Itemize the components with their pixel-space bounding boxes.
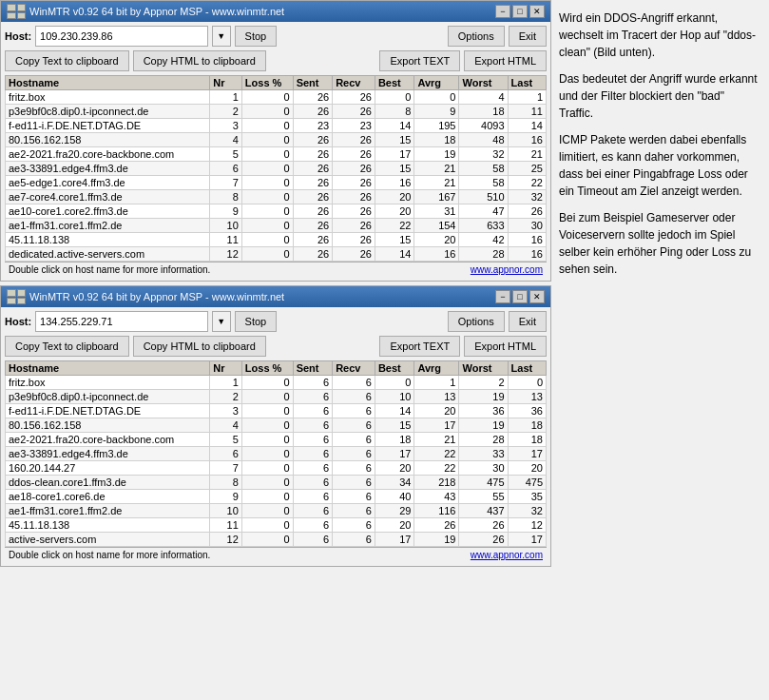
- copy-text-button[interactable]: Copy Text to clipboard: [5, 50, 129, 71]
- table-row[interactable]: 80.156.162.158406615171918: [6, 418, 547, 433]
- table-row[interactable]: ae3-33891.edge4.ffm3.de60262615215825: [6, 162, 547, 176]
- cell-value: 10: [210, 219, 242, 233]
- cell-value: 6: [333, 390, 375, 404]
- cell-value: 6: [293, 418, 332, 433]
- export-text-button2[interactable]: Export TEXT: [379, 336, 460, 357]
- table-row[interactable]: ae1-ffm31.core1.ffm2.de10026262215463330: [6, 219, 547, 233]
- cell-value: 20: [375, 204, 413, 219]
- cell-value: 28: [459, 433, 508, 447]
- table-row[interactable]: f-ed11-i.F.DE.NET.DTAG.DE306614203636: [6, 404, 547, 418]
- cell-value: 6: [293, 476, 332, 490]
- host-input[interactable]: [35, 26, 208, 47]
- cell-value: 6: [333, 418, 375, 433]
- cell-value: 0: [241, 133, 293, 147]
- stop-button2[interactable]: Stop: [235, 311, 278, 332]
- cell-value: 167: [414, 190, 459, 204]
- cell-hostname: ae10-core1.core2.ffm3.de: [6, 204, 210, 219]
- cell-value: 3: [210, 119, 242, 133]
- cell-value: 0: [241, 490, 293, 504]
- cell-value: 22: [375, 219, 413, 233]
- copy-html-button2[interactable]: Copy HTML to clipboard: [133, 336, 266, 357]
- copy-text-button2[interactable]: Copy Text to clipboard: [5, 336, 129, 357]
- cell-value: 0: [241, 476, 293, 490]
- export-text-button[interactable]: Export TEXT: [379, 50, 460, 71]
- table-row[interactable]: ddos-clean.core1.ffm3.de806634218475475: [6, 476, 547, 490]
- cell-value: 6: [333, 404, 375, 418]
- cell-value: 6: [293, 376, 332, 390]
- options-button[interactable]: Options: [448, 26, 505, 47]
- window1-status-link[interactable]: www.appnor.com: [471, 264, 543, 275]
- copy-html-button[interactable]: Copy HTML to clipboard: [133, 50, 266, 71]
- cell-value: 17: [375, 447, 413, 461]
- table-row[interactable]: ae5-edge1.core4.ffm3.de70262616215822: [6, 176, 547, 190]
- cell-value: 11: [508, 105, 546, 119]
- window1-titlebar: WinMTR v0.92 64 bit by Appnor MSP - www.…: [1, 1, 550, 22]
- table-row[interactable]: 45.11.18.138110262615204216: [6, 233, 547, 247]
- table-row[interactable]: 80.156.162.15840262615184816: [6, 133, 547, 147]
- minimize-btn2[interactable]: −: [495, 290, 510, 303]
- cell-value: 26: [333, 247, 375, 262]
- cell-value: 32: [508, 504, 546, 518]
- restore-btn[interactable]: □: [512, 5, 528, 18]
- cell-value: 6: [333, 447, 375, 461]
- cell-value: 26: [414, 518, 459, 533]
- host-input2[interactable]: [35, 311, 208, 332]
- cell-value: 21: [414, 176, 459, 190]
- table-row[interactable]: 45.11.18.1381106620262612: [6, 518, 547, 533]
- cell-value: 0: [241, 447, 293, 461]
- table-row[interactable]: ae10-core1.core2.ffm3.de90262620314726: [6, 204, 547, 219]
- table-row[interactable]: active-servers.com1206617192617: [6, 533, 547, 547]
- cell-value: 26: [333, 219, 375, 233]
- table-row[interactable]: 160.20.144.27706620223020: [6, 461, 547, 476]
- table-row[interactable]: p3e9bf0c8.dip0.t-ipconnect.de20661013191…: [6, 390, 547, 404]
- restore-btn2[interactable]: □: [512, 290, 528, 303]
- cell-value: 0: [241, 461, 293, 476]
- cell-value: 0: [241, 518, 293, 533]
- table-row[interactable]: dedicated.active-servers.com120262614162…: [6, 247, 547, 262]
- export-html-button2[interactable]: Export HTML: [464, 336, 547, 357]
- host-dropdown[interactable]: ▼: [212, 26, 231, 47]
- window1-status: Double click on host name for more infor…: [5, 262, 547, 277]
- close-btn2[interactable]: ✕: [529, 290, 545, 303]
- window2-title: WinMTR v0.92 64 bit by Appnor MSP - www.…: [29, 291, 284, 302]
- table-row[interactable]: fritz.box1026260041: [6, 90, 547, 105]
- table-row[interactable]: ae7-core4.core1.ffm3.de8026262016751032: [6, 190, 547, 204]
- table-row[interactable]: f-ed11-i.F.DE.NET.DTAG.DE302323141954093…: [6, 119, 547, 133]
- window2-status-link[interactable]: www.appnor.com: [471, 550, 543, 560]
- cell-value: 16: [414, 247, 459, 262]
- cell-value: 0: [241, 190, 293, 204]
- cell-value: 16: [508, 233, 546, 247]
- exit-button[interactable]: Exit: [509, 26, 547, 47]
- table-row[interactable]: ae1-ffm31.core1.ffm2.de100662911643732: [6, 504, 547, 518]
- cell-value: 437: [459, 504, 508, 518]
- cell-value: 17: [375, 533, 413, 547]
- window1-status-text: Double click on host name for more infor…: [9, 264, 210, 275]
- cell-hostname: p3e9bf0c8.dip0.t-ipconnect.de: [6, 105, 210, 119]
- cell-value: 6: [293, 518, 332, 533]
- exit-button2[interactable]: Exit: [509, 311, 547, 332]
- table-row[interactable]: ae18-core1.core6.de906640435535: [6, 490, 547, 504]
- cell-value: 55: [459, 490, 508, 504]
- table-row[interactable]: p3e9bf0c8.dip0.t-ipconnect.de20262689181…: [6, 105, 547, 119]
- cell-value: 18: [375, 433, 413, 447]
- cell-value: 17: [375, 147, 413, 162]
- cell-value: 475: [508, 476, 546, 490]
- cell-value: 36: [508, 404, 546, 418]
- export-html-button[interactable]: Export HTML: [464, 50, 547, 71]
- table-row[interactable]: fritz.box10660120: [6, 376, 547, 390]
- window1-table: Hostname Nr Loss % Sent Recv Best Avrg W…: [5, 75, 547, 262]
- minimize-btn[interactable]: −: [495, 5, 510, 18]
- cell-value: 0: [241, 162, 293, 176]
- close-btn[interactable]: ✕: [529, 5, 545, 18]
- table-row[interactable]: ae3-33891.edge4.ffm3.de606617223317: [6, 447, 547, 461]
- col2-header-loss: Loss %: [241, 361, 293, 376]
- cell-value: 10: [210, 504, 242, 518]
- host-dropdown2[interactable]: ▼: [212, 311, 231, 332]
- cell-hostname: f-ed11-i.F.DE.NET.DTAG.DE: [6, 404, 210, 418]
- options-button2[interactable]: Options: [448, 311, 505, 332]
- stop-button[interactable]: Stop: [235, 26, 278, 47]
- cell-value: 0: [375, 376, 413, 390]
- table-row[interactable]: ae2-2021.fra20.core-backbone.com50661821…: [6, 433, 547, 447]
- table-row[interactable]: ae2-2021.fra20.core-backbone.com50262617…: [6, 147, 547, 162]
- cell-value: 20: [375, 518, 413, 533]
